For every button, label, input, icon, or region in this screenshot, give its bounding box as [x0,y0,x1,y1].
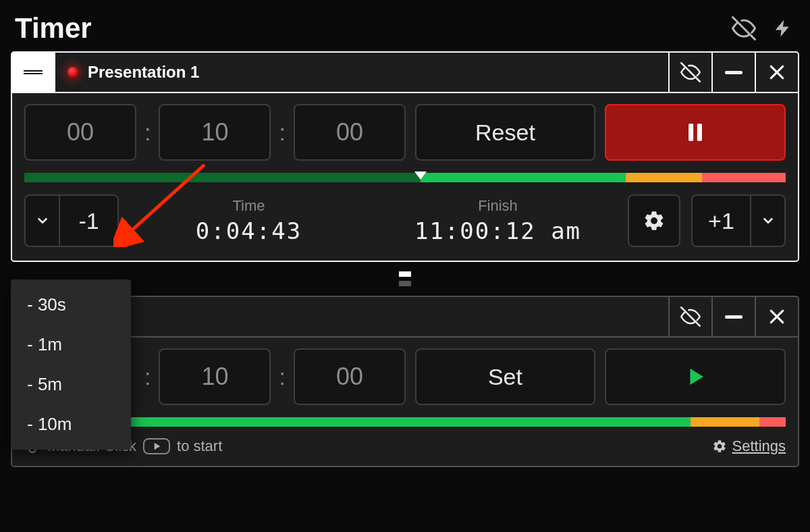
finish-value: 11:00:12 am [379,217,617,244]
dropdown-item[interactable]: - 5m [11,365,131,404]
minutes-input[interactable]: 10 [159,104,271,161]
play-button[interactable] [605,348,786,405]
time-value: 0:04:43 [130,217,368,244]
visibility-off-icon[interactable] [732,16,756,41]
hours-input[interactable]: 00 [24,104,136,161]
lightning-icon[interactable] [771,16,795,41]
drag-handle[interactable] [12,53,55,92]
minus-dropdown-menu: - 30s - 1m - 5m - 10m [11,280,131,450]
close-button[interactable] [755,297,798,336]
minimize-button[interactable] [711,297,755,336]
settings-label: Settings [732,437,786,455]
minutes-input[interactable]: 10 [159,348,271,405]
dropdown-item[interactable]: - 1m [11,325,131,365]
finish-label: Finish [379,197,617,215]
colon: : [144,364,151,390]
progress-bar[interactable] [24,417,786,427]
progress-bar[interactable] [24,173,786,182]
plus-one-button[interactable]: +1 [691,194,751,247]
colon: : [279,119,285,146]
page-title: Timer [15,12,92,45]
hide-button[interactable] [668,297,711,336]
time-label: Time [130,197,368,215]
progress-marker-icon [414,171,427,180]
time-readout: Time 0:04:43 [130,197,368,244]
seconds-input[interactable]: 00 [294,348,406,405]
svg-rect-4 [688,124,693,141]
dropdown-item[interactable]: - 10m [11,404,131,444]
settings-link[interactable]: Settings [712,437,786,455]
pause-button[interactable] [605,104,786,161]
svg-rect-5 [697,124,702,141]
plus-dropdown-toggle[interactable] [751,194,786,247]
recording-dot-icon [68,67,78,78]
minus-dropdown-toggle[interactable] [24,194,59,247]
hide-button[interactable] [668,53,711,92]
set-button[interactable]: Set [415,348,595,405]
gear-icon [712,439,727,454]
play-pill-icon [143,438,170,454]
finish-readout: Finish 11:00:12 am [379,197,617,244]
reset-button[interactable]: Reset [415,104,595,161]
minus-one-button[interactable]: -1 [59,194,119,247]
timer-panel-1: Presentation 1 00 : 10 : 00 [11,51,799,262]
colon: : [279,364,285,390]
minimize-button[interactable] [711,53,755,92]
close-button[interactable] [755,53,798,92]
timer-title: Presentation 1 [88,63,199,82]
manual-suffix: to start [177,437,222,455]
colon: : [144,119,151,146]
seconds-input[interactable]: 00 [294,104,406,161]
dropdown-item[interactable]: - 30s [11,285,131,325]
settings-button[interactable] [628,194,680,247]
